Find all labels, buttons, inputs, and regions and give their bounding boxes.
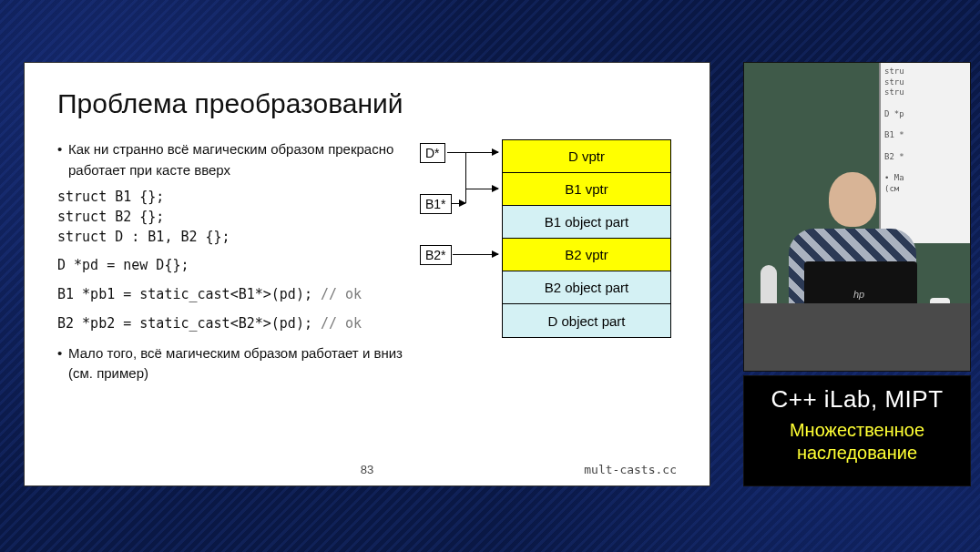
- caption-topic: Множественное наследование: [748, 419, 966, 465]
- pointer-label-b1: B1*: [420, 194, 452, 214]
- bullet-1-text: Как ни странно всё магическим образом пр…: [68, 139, 403, 180]
- memory-row-b1-part: B1 object part: [503, 206, 670, 239]
- slide-body: • Как ни странно всё магическим образом …: [57, 139, 677, 392]
- memory-row-d-part: D object part: [503, 304, 670, 337]
- memory-layout-diagram: D* B1* B2* D vptr B1 vptr B1 object part…: [420, 139, 671, 392]
- bullet-2: • Мало того, всё магическим образом рабо…: [57, 343, 403, 384]
- arrow-connector: [465, 152, 466, 203]
- bullet-dot-icon: •: [57, 139, 68, 180]
- code-block-structs: struct B1 {}; struct B2 {}; struct D : B…: [57, 188, 403, 247]
- speaker-head: [829, 172, 876, 227]
- arrow-icon: [453, 254, 498, 255]
- speaker-camera-view: stru stru stru D *p B1 * B2 * • Ма (см: [743, 62, 971, 372]
- lectern: [744, 303, 970, 371]
- memory-row-b2-part: B2 object part: [503, 271, 670, 304]
- arrow-connector: [451, 203, 465, 204]
- code-block-new: D *pd = new D{};: [57, 256, 403, 276]
- slide-footer: 83 mult-casts.cc: [25, 463, 709, 476]
- memory-row-d-vptr: D vptr: [503, 140, 670, 173]
- bullet-dot-icon: •: [57, 343, 68, 384]
- code-block-cast-b2: B2 *pb2 = static_cast<B2*>(pd); // ok: [57, 314, 403, 334]
- code-block-cast-b1: B1 *pb1 = static_cast<B1*>(pd); // ok: [57, 285, 403, 305]
- bullet-2-text: Мало того, всё магическим образом работа…: [68, 343, 403, 384]
- presentation-slide: Проблема преобразований • Как ни странно…: [24, 62, 710, 486]
- bullet-1: • Как ни странно всё магическим образом …: [57, 139, 403, 180]
- memory-row-b1-vptr: B1 vptr: [503, 173, 670, 206]
- slide-page-number: 83: [361, 463, 373, 476]
- slide-title: Проблема преобразований: [57, 88, 677, 119]
- slide-source-file: mult-casts.cc: [584, 463, 677, 476]
- slide-text-column: • Как ни странно всё магическим образом …: [57, 139, 403, 392]
- code-comment: // ok: [321, 286, 362, 302]
- code-comment: // ok: [321, 315, 362, 332]
- arrow-icon: [465, 189, 498, 189]
- pointer-label-b2: B2*: [420, 245, 452, 265]
- memory-row-b2-vptr: B2 vptr: [503, 239, 670, 271]
- caption-course: C++ iLab, MIPT: [748, 385, 966, 414]
- memory-table: D vptr B1 vptr B1 object part B2 vptr B2…: [502, 139, 671, 338]
- arrow-icon: [447, 152, 498, 153]
- pointer-label-d: D*: [420, 143, 445, 163]
- video-caption-panel: C++ iLab, MIPT Множественное наследовани…: [743, 375, 971, 486]
